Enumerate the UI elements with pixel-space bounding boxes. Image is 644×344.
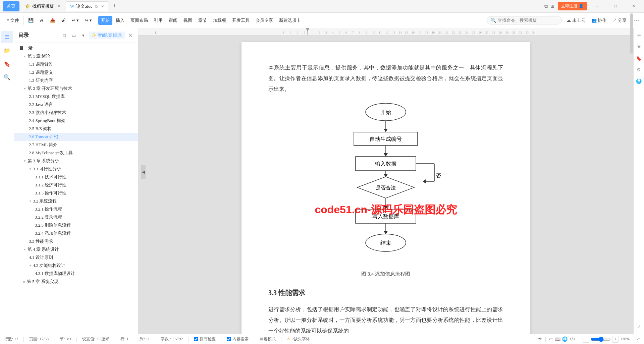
view-normal-icon[interactable]: ▭ xyxy=(549,336,553,342)
doc-scrollbar[interactable] xyxy=(630,36,633,334)
menu-chapter[interactable]: 章节 xyxy=(196,16,210,25)
toc-item-2-3[interactable]: 2.3 微信小程序技术 xyxy=(14,109,138,117)
document-scroll[interactable]: ◀ code51.cn-源码乐园盗图必究 本系统主要用于显示信息，提供服务，其中… xyxy=(138,36,633,334)
view-web-icon[interactable]: 🌐 xyxy=(562,336,568,342)
cloud-btn[interactable]: ☁ 未上云 xyxy=(565,16,587,24)
toc-down-btn[interactable]: ▾ xyxy=(79,32,87,39)
toc-item-2-6[interactable]: 2.6 Tomcat 介绍 xyxy=(14,133,138,141)
template-tab-close[interactable]: ✕ xyxy=(57,4,60,8)
sidebar-files-icon[interactable]: 📁 xyxy=(1,44,13,56)
menu-vip[interactable]: 会员专享 xyxy=(253,16,276,25)
toc-item-ch5[interactable]: ▶ 第 5 章 系统实现 xyxy=(14,278,138,286)
toc-item-3-1-1[interactable]: 3.1.1 技术可行性 xyxy=(14,173,138,181)
maximize-button[interactable]: □ xyxy=(608,1,623,11)
right-expand-icon[interactable]: ⤢ xyxy=(634,322,644,331)
zoom-in-btn[interactable]: + xyxy=(612,336,619,343)
zoom-slider[interactable] xyxy=(591,337,611,342)
view-read-icon[interactable]: 📖 xyxy=(555,336,560,342)
search-input[interactable] xyxy=(498,18,558,23)
status-eye-icon[interactable]: 👁 xyxy=(538,337,542,342)
spellcheck-checkbox[interactable] xyxy=(194,337,198,341)
toc-item-2-4[interactable]: 2.4 SpringBoot 框架 xyxy=(14,117,138,125)
share-btn[interactable]: ↗ 分享 xyxy=(610,16,629,24)
toc-expand-btn[interactable]: □ xyxy=(61,32,68,39)
toc-item-2-5[interactable]: 2.5 B/S 架构 xyxy=(14,125,138,133)
toc-item-2-8[interactable]: 2.8 MyEclipse 开发工具 xyxy=(14,149,138,157)
toc-item-1-3[interactable]: 1.3 研究内容 xyxy=(14,76,138,84)
close-button[interactable]: ✕ xyxy=(626,1,641,11)
menu-reference[interactable]: 引用 xyxy=(151,16,165,25)
new-tab-button[interactable]: + xyxy=(110,2,119,11)
scrollbar-thumb[interactable] xyxy=(630,36,633,54)
doc-tab-close[interactable]: ✕ xyxy=(101,4,104,9)
zoom-out-btn[interactable]: − xyxy=(583,336,589,343)
toc-collapse-btn[interactable]: ▭ xyxy=(70,32,77,39)
menu-review[interactable]: 审阅 xyxy=(166,16,180,25)
toc-item-3-2-1[interactable]: 3.2.1 操作流程 xyxy=(14,205,138,213)
export-btn[interactable]: 📤 xyxy=(47,16,58,24)
toc-item-ch4[interactable]: ▼ 第 4 章 系统设计 xyxy=(14,245,138,253)
sidebar-bookmark-icon[interactable]: 🔖 xyxy=(1,58,13,70)
toc-item-3-2-2[interactable]: 3.2.2 登录流程 xyxy=(14,213,138,221)
toc-item-3-2[interactable]: ▼ 3.2 系统流程 xyxy=(14,197,138,205)
menu-insert[interactable]: 插入 xyxy=(113,16,127,25)
menu-layout[interactable]: 页面布局 xyxy=(128,16,151,25)
save-btn[interactable]: 💾 xyxy=(25,16,36,24)
doc-scroll-left[interactable]: ◀ xyxy=(141,165,146,179)
right-settings-icon[interactable]: ⚙ xyxy=(634,65,644,74)
toc-item-4-3-1[interactable]: 4.3.1 数据库物理设计 xyxy=(14,270,138,278)
toc-item-1-1[interactable]: 1.1 课题背景 xyxy=(14,60,138,68)
toc-item-ch3[interactable]: ▼ 第 3 章 系统分析 xyxy=(14,157,138,165)
right-eye-icon[interactable]: 👁 xyxy=(634,42,644,52)
status-fullscreen-btn[interactable]: ⤢ xyxy=(637,337,640,342)
register-button[interactable]: 立即注册 👤 xyxy=(558,2,587,10)
right-translate-icon[interactable]: 🌐 xyxy=(634,76,644,86)
layout-split-icon[interactable]: ⧉ xyxy=(544,3,548,10)
toc-smart-btn[interactable]: ✨ 智能识别目录 xyxy=(89,32,125,39)
tab-home[interactable]: 首页 xyxy=(3,1,19,11)
menu-view[interactable]: 视图 xyxy=(181,16,195,25)
toc-item-4-2[interactable]: ▼ 4.2 功能结构设计 xyxy=(14,262,138,270)
toc-item-ch2[interactable]: ▼ 第 2 章 开发环境与技术 xyxy=(14,84,138,93)
svg-text:16: 16 xyxy=(412,31,415,34)
contentsearch-label: 内容搜索 xyxy=(232,336,249,342)
print-btn[interactable]: 🖨 xyxy=(37,16,47,24)
menu-devtools[interactable]: 开发工具 xyxy=(229,16,252,25)
toc-item-3-1[interactable]: ▼ 3.1 可行性分析 xyxy=(14,165,138,173)
redo-btn[interactable]: ↪ ▾ xyxy=(82,16,95,24)
toc-item-3-1-3[interactable]: 3.1.3 操作可行性 xyxy=(14,189,138,197)
view-code-icon[interactable]: </> xyxy=(569,337,576,342)
minimize-button[interactable]: ─ xyxy=(590,1,605,11)
toc-item-1-2[interactable]: 1.2 课题意义 xyxy=(14,68,138,76)
right-pen-icon[interactable]: ✏ xyxy=(634,31,644,40)
menu-start[interactable]: 开始 xyxy=(98,16,112,25)
toc-item-2-7[interactable]: 2.7 HTML 简介 xyxy=(14,141,138,149)
toc-item-3-3[interactable]: 3.3 性能需求 xyxy=(14,237,138,245)
status-contentsearch[interactable]: 内容搜索 xyxy=(227,336,249,342)
toc-item-2-1[interactable]: 2.1 MYSQL 数据库 xyxy=(14,93,138,101)
toc-close-btn[interactable]: ✕ xyxy=(127,31,134,40)
zoom-control: − + 130% xyxy=(583,336,630,343)
contentsearch-checkbox[interactable] xyxy=(227,337,231,341)
toc-item-main[interactable]: 目 录 xyxy=(14,44,138,52)
status-spellcheck[interactable]: 拼写检查 xyxy=(194,336,216,342)
tab-doc[interactable]: W 论文.doc ⧉ ✕ xyxy=(66,1,108,11)
toc-item-ch1[interactable]: ▼ 第 1 章 绪论 xyxy=(14,52,138,60)
toc-item-3-2-3[interactable]: 3.2.3 删除信息流程 xyxy=(14,221,138,229)
toc-item-3-1-2[interactable]: 3.1.2 经济可行性 xyxy=(14,181,138,189)
layout-grid-icon[interactable]: ⊞ xyxy=(550,3,555,10)
paint-btn[interactable]: 🖌 xyxy=(59,16,68,24)
collab-btn[interactable]: 👥 协作 xyxy=(589,16,608,24)
toc-item-4-1[interactable]: 4.1 设计原则 xyxy=(14,253,138,262)
right-bookmark-icon[interactable]: 🔖 xyxy=(634,54,644,63)
menu-file[interactable]: ≡ 文件 xyxy=(4,16,22,25)
tab-template[interactable]: 🌾 找稻壳模板 ✕ xyxy=(21,1,64,11)
toc-item-3-2-4[interactable]: 3.2.4 添加信息流程 xyxy=(14,229,138,237)
undo-btn[interactable]: ↩ ▾ xyxy=(69,16,82,24)
search-box[interactable]: 🔍 xyxy=(487,16,562,24)
menu-plugins[interactable]: 加载项 xyxy=(210,16,229,25)
sidebar-toc-icon[interactable]: ☰ xyxy=(1,31,13,43)
menu-newtab[interactable]: 新建选项卡 xyxy=(276,16,304,25)
toc-item-2-2[interactable]: 2.2 Java 语言 xyxy=(14,101,138,109)
sidebar-search-icon[interactable]: 🔍 xyxy=(1,71,13,83)
